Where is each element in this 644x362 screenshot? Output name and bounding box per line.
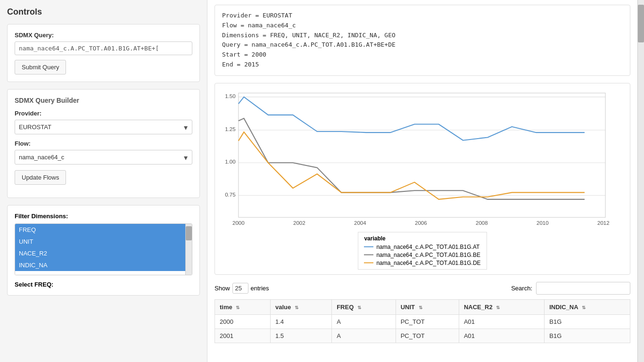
sort-icon-time: ⇅	[236, 305, 239, 310]
svg-text:1.25: 1.25	[225, 126, 235, 132]
flow-select-wrapper: nama_nace64_c ▾	[15, 150, 192, 165]
sdmx-query-label: SDMX Query:	[15, 32, 192, 39]
listbox-item[interactable]: GEO	[15, 271, 185, 275]
sdmx-query-card: SDMX Query: Submit Query	[7, 24, 200, 82]
svg-text:2002: 2002	[293, 220, 305, 226]
legend-item-at: nama_nace64_c.A.PC_TOT.A01.B1G.AT	[364, 244, 480, 250]
listbox-item[interactable]: UNIT	[15, 236, 185, 247]
sort-icon-value: ⇅	[295, 305, 298, 310]
dimensions-listbox-container: FREQUNITNACE_R2INDIC_NAGEO	[15, 223, 192, 275]
legend-label-be: nama_nace64_c.A.PC_TOT.A01.B1G.BE	[376, 252, 480, 258]
filter-label: Filter Dimensions:	[15, 213, 192, 220]
svg-text:2004: 2004	[354, 220, 366, 226]
table-cell-time: 2000	[215, 314, 271, 329]
show-entries: Show 25 10 50 100 entries	[215, 283, 269, 294]
listbox-item[interactable]: NACE_R2	[15, 247, 185, 259]
col-indic[interactable]: INDIC_NA ⇅	[545, 299, 630, 314]
provider-select-wrapper: EUROSTAT ECB IMF OECD ▾	[15, 120, 192, 134]
right-scrollbar-thumb	[638, 5, 644, 42]
data-table: time ⇅ value ⇅ FREQ ⇅ UNIT ⇅ NACE_R2 ⇅ I…	[215, 299, 630, 343]
select-freq-label: Select FREQ:	[15, 281, 192, 288]
provider-select[interactable]: EUROSTAT ECB IMF OECD	[15, 120, 192, 134]
col-value[interactable]: value ⇅	[271, 299, 332, 314]
chart-svg: 1.50 1.25 1.00 0.75 2000 2002 2004 2006 …	[220, 88, 625, 230]
chart-container: 1.50 1.25 1.00 0.75 2000 2002 2004 2006 …	[215, 83, 630, 275]
provider-label: Provider:	[15, 110, 192, 117]
info-line-2: Flow = nama_nace64_c	[222, 21, 623, 31]
svg-rect-8	[239, 93, 605, 217]
sort-icon-freq: ⇅	[357, 305, 361, 310]
table-cell-nace_r2: A01	[459, 329, 544, 343]
flow-select[interactable]: nama_nace64_c	[15, 150, 192, 165]
right-scrollbar[interactable]	[637, 0, 644, 362]
chart-legend: variable nama_nace64_c.A.PC_TOT.A01.B1G.…	[220, 232, 625, 270]
table-cell-indic_na: B1G	[545, 314, 630, 329]
table-cell-value: 1.5	[271, 329, 332, 343]
col-freq[interactable]: FREQ ⇅	[332, 299, 396, 314]
col-nace[interactable]: NACE_R2 ⇅	[459, 299, 544, 314]
sdmx-query-input[interactable]	[15, 41, 192, 55]
table-cell-freq: A	[332, 329, 396, 343]
listbox-item[interactable]: INDIC_NA	[15, 259, 185, 271]
entries-select[interactable]: 25 10 50 100	[232, 283, 248, 294]
info-line-4: Query = nama_nace64_c.A.PC_TOT.A01.B1G.A…	[222, 40, 623, 50]
search-area: Search:	[511, 282, 630, 295]
table-cell-nace_r2: A01	[459, 314, 544, 329]
info-line-5: Start = 2000	[222, 50, 623, 60]
right-panel: Provider = EUROSTAT Flow = nama_nace64_c…	[207, 0, 637, 362]
panel-title: Controls	[7, 7, 200, 17]
sort-icon-nace: ⇅	[496, 305, 500, 310]
legend-label-de: nama_nace64_c.A.PC_TOT.A01.B1G.DE	[376, 260, 480, 266]
search-label: Search:	[511, 285, 532, 292]
legend-box: variable nama_nace64_c.A.PC_TOT.A01.B1G.…	[358, 232, 487, 270]
table-row: 20001.4APC_TOTA01B1G	[215, 314, 630, 329]
svg-text:2006: 2006	[415, 220, 427, 226]
svg-text:2000: 2000	[232, 220, 245, 226]
col-unit[interactable]: UNIT ⇅	[396, 299, 459, 314]
query-builder-card: SDMX Query Builder Provider: EUROSTAT EC…	[7, 89, 200, 198]
show-label: Show	[215, 285, 230, 292]
query-builder-title: SDMX Query Builder	[15, 97, 192, 104]
table-cell-unit: PC_TOT	[396, 314, 459, 329]
table-cell-freq: A	[332, 314, 396, 329]
search-input[interactable]	[536, 282, 630, 295]
svg-text:2012: 2012	[597, 220, 610, 226]
info-box: Provider = EUROSTAT Flow = nama_nace64_c…	[215, 5, 630, 76]
table-cell-unit: PC_TOT	[396, 329, 459, 343]
info-line-3: Dimensions = FREQ, UNIT, NACE_R2, INDIC_…	[222, 31, 623, 41]
info-line-6: End = 2015	[222, 60, 623, 70]
listbox-item[interactable]: FREQ	[15, 224, 185, 236]
sort-icon-unit: ⇅	[419, 305, 422, 310]
entries-label: entries	[251, 285, 269, 292]
chart-area: 1.50 1.25 1.00 0.75 2000 2002 2004 2006 …	[220, 88, 625, 230]
svg-text:2008: 2008	[476, 220, 488, 226]
filter-section: Filter Dimensions: FREQUNITNACE_R2INDIC_…	[7, 205, 200, 296]
update-flows-button[interactable]: Update Flows	[15, 170, 66, 185]
svg-text:2010: 2010	[537, 220, 549, 226]
svg-text:0.75: 0.75	[225, 192, 235, 197]
table-cell-value: 1.4	[271, 314, 332, 329]
table-controls: Show 25 10 50 100 entries Search:	[215, 282, 630, 295]
legend-item-de: nama_nace64_c.A.PC_TOT.A01.B1G.DE	[364, 260, 480, 266]
left-panel: Controls SDMX Query: Submit Query SDMX Q…	[0, 0, 207, 362]
dimensions-listbox[interactable]: FREQUNITNACE_R2INDIC_NAGEO	[15, 224, 185, 275]
table-cell-time: 2001	[215, 329, 271, 343]
legend-label-at: nama_nace64_c.A.PC_TOT.A01.B1G.AT	[376, 244, 479, 250]
table-cell-indic_na: B1G	[545, 329, 630, 343]
flow-label: Flow:	[15, 140, 192, 147]
info-line-1: Provider = EUROSTAT	[222, 11, 623, 21]
listbox-scrollbar[interactable]	[185, 224, 192, 275]
svg-text:1.50: 1.50	[225, 93, 235, 99]
sort-icon-indic: ⇅	[582, 305, 586, 310]
svg-text:1.00: 1.00	[225, 159, 235, 165]
col-time[interactable]: time ⇅	[215, 299, 271, 314]
table-row: 20011.5APC_TOTA01B1G	[215, 329, 630, 343]
submit-query-button[interactable]: Submit Query	[15, 60, 66, 74]
legend-item-be: nama_nace64_c.A.PC_TOT.A01.B1G.BE	[364, 252, 480, 258]
listbox-scrollbar-thumb	[186, 226, 192, 240]
legend-title: variable	[364, 235, 480, 242]
